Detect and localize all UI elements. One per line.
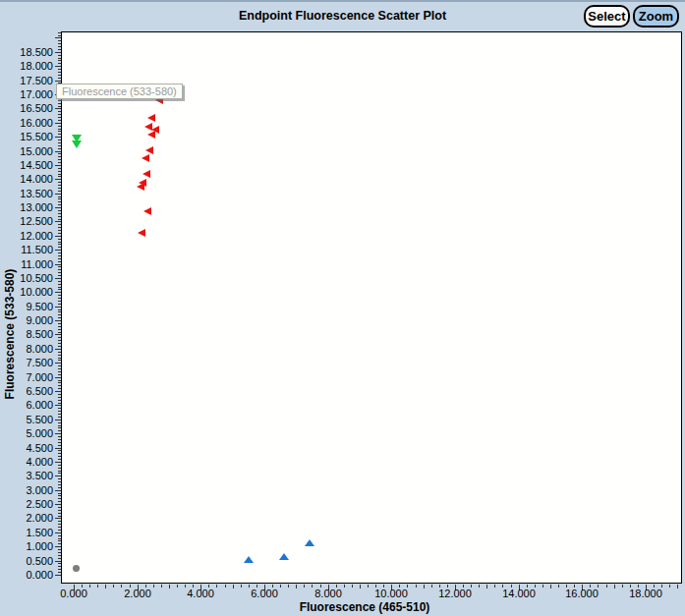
y-axis-tick-label: 16.000 <box>0 117 53 129</box>
x-axis-tick <box>407 585 408 588</box>
x-axis-tick <box>582 585 583 590</box>
red-left-triangles-marker[interactable] <box>143 170 150 178</box>
blue-up-triangles-marker[interactable] <box>305 539 314 546</box>
x-axis-tick-label: 8.000 <box>299 588 358 599</box>
y-axis-tick-label: 17.000 <box>0 88 53 100</box>
y-axis-tick-label: 13.500 <box>0 188 53 199</box>
x-axis-tick <box>486 585 487 588</box>
blue-up-triangles-marker[interactable] <box>279 553 289 560</box>
x-axis-tick-label: 14.000 <box>489 588 548 599</box>
y-axis-tick-label: 14.500 <box>0 159 53 171</box>
x-axis-tick <box>463 585 464 588</box>
x-axis-tick <box>241 585 242 588</box>
x-axis-tick <box>225 585 226 588</box>
red-left-triangles-marker[interactable] <box>138 229 145 237</box>
x-axis-tick <box>614 585 615 588</box>
x-axis-tick <box>661 585 662 588</box>
x-axis-tick-label: 0.000 <box>44 588 103 599</box>
x-axis-tick <box>200 585 201 590</box>
select-button[interactable]: Select <box>584 5 630 28</box>
red-left-triangles-marker[interactable] <box>143 207 151 215</box>
y-axis-tick-label: 2.500 <box>0 498 53 510</box>
x-axis-tick <box>590 585 591 588</box>
x-axis-tick <box>622 585 623 588</box>
y-axis-tick-label: 14.000 <box>0 173 53 185</box>
tooltip-text: Fluorescence (533-580) <box>62 85 177 97</box>
x-axis-tick <box>574 585 575 588</box>
red-left-triangles-marker[interactable] <box>145 146 153 154</box>
red-left-triangles-marker[interactable] <box>147 114 155 122</box>
y-axis-tick-label: 12.000 <box>0 230 53 242</box>
x-axis-tick <box>130 585 131 588</box>
x-axis-tick <box>161 585 162 588</box>
gray-circle-marker[interactable] <box>73 565 80 572</box>
x-axis-tick-label: 10.000 <box>362 588 421 599</box>
y-axis-tick-label: 13.000 <box>0 201 53 213</box>
x-axis-tick <box>145 585 146 588</box>
x-axis-tick <box>288 585 289 588</box>
x-axis-tick <box>272 585 273 588</box>
x-axis-tick <box>479 585 480 588</box>
x-axis-tick <box>654 585 655 588</box>
window-top-edge <box>0 0 685 2</box>
x-axis-tick <box>352 585 353 588</box>
y-axis-tick-label: 18.000 <box>0 60 53 72</box>
x-axis-tick <box>399 585 400 588</box>
x-axis-tick <box>360 585 361 588</box>
y-axis-tick-label: 17.500 <box>0 75 53 86</box>
x-axis-tick <box>216 585 217 588</box>
chart-title: Endpoint Fluorescence Scatter Plot <box>0 9 685 23</box>
x-axis-tick <box>606 585 607 588</box>
x-axis-tick <box>113 585 114 588</box>
x-axis-tick <box>646 585 647 590</box>
y-axis-tick-label: 5.000 <box>0 427 53 439</box>
x-axis-tick <box>177 585 178 588</box>
y-axis-tick-label: 18.500 <box>0 46 53 58</box>
y-axis-title: Fluorescence (533-580) <box>3 255 17 413</box>
x-axis-tick <box>424 585 425 588</box>
x-axis-tick <box>566 585 567 588</box>
x-axis-tick <box>455 585 456 590</box>
x-axis-tick-label: 16.000 <box>552 588 611 599</box>
x-axis-tick-label: 18.000 <box>616 588 675 599</box>
x-axis-tick <box>97 585 98 588</box>
red-left-triangles-marker[interactable] <box>142 154 149 162</box>
y-axis-tick-label: 3.000 <box>0 484 53 496</box>
x-axis-tick <box>638 585 639 588</box>
y-axis-tick-label: 4.500 <box>0 442 53 454</box>
zoom-button[interactable]: Zoom <box>633 5 679 28</box>
y-axis-tick-label: 2.000 <box>0 512 53 524</box>
x-axis-tick <box>519 585 520 590</box>
y-axis-tick-label: 3.500 <box>0 470 53 481</box>
x-axis-tick <box>257 585 257 588</box>
x-axis-tick <box>344 585 345 588</box>
y-axis-tick-label: 12.500 <box>0 215 53 227</box>
x-axis-tick <box>74 585 75 590</box>
x-axis-tick-label: 2.000 <box>108 588 167 599</box>
x-axis-tick <box>320 585 321 588</box>
x-axis-tick <box>471 585 472 588</box>
x-axis-tick <box>550 585 551 588</box>
x-axis-tick <box>304 585 305 588</box>
x-axis-tick <box>511 585 512 588</box>
tooltip: Fluorescence (533-580) <box>56 84 183 99</box>
x-axis-tick <box>153 585 154 588</box>
x-axis-tick <box>391 585 392 590</box>
y-axis-tick-label: 1.000 <box>0 540 53 552</box>
red-left-triangles-marker[interactable] <box>147 131 155 139</box>
blue-up-triangles-marker[interactable] <box>244 556 254 563</box>
x-axis-tick <box>336 585 337 588</box>
green-down-triangles-marker[interactable] <box>72 140 82 148</box>
x-axis-tick <box>558 585 559 588</box>
x-axis-tick <box>368 585 369 588</box>
x-axis-tick <box>249 585 250 588</box>
y-axis-tick-label: 0.500 <box>0 555 53 567</box>
red-left-triangles-marker[interactable] <box>137 183 144 191</box>
x-axis-tick <box>494 585 495 588</box>
x-axis-tick <box>296 585 297 588</box>
x-axis-tick-label: 6.000 <box>235 588 294 599</box>
x-axis-tick <box>447 585 448 588</box>
x-axis-tick-label: 4.000 <box>171 588 230 599</box>
y-axis-tick-label: 4.000 <box>0 456 53 468</box>
y-axis-tick-label: 5.500 <box>0 414 53 425</box>
